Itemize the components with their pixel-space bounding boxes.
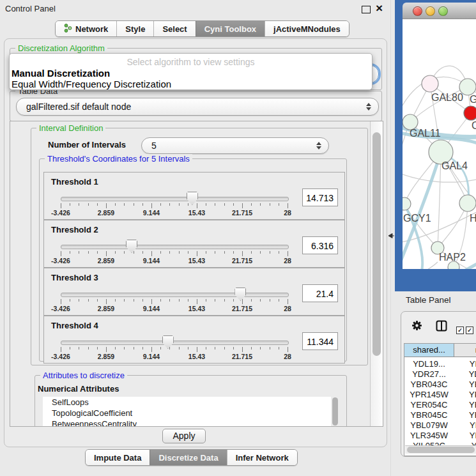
slider-tick-labels: -3.4262.8599.14415.4321.71528 bbox=[44, 257, 344, 265]
threshold-panel: Threshold 3 -3.4262.8599.14415.4321.7152… bbox=[43, 268, 345, 316]
network-node[interactable] bbox=[464, 106, 476, 120]
combo-arrows-icon bbox=[366, 103, 371, 111]
slider-ticks bbox=[44, 299, 344, 305]
network-edge[interactable] bbox=[403, 262, 438, 269]
tab-discretize-data[interactable]: Discretize Data bbox=[150, 450, 226, 465]
slider-track[interactable] bbox=[61, 293, 289, 297]
table-cell[interactable]: YPR145W bbox=[404, 390, 454, 400]
table-cell[interactable]: YDR27... bbox=[404, 369, 454, 380]
attributes-group-title: Attributes to discretize bbox=[40, 371, 127, 380]
slider-ticks bbox=[44, 203, 344, 209]
table-cell[interactable]: YER0 bbox=[454, 400, 476, 410]
tab-impute-data[interactable]: Impute Data bbox=[86, 450, 150, 465]
table-column-header[interactable]: shared... bbox=[404, 344, 454, 357]
tab-jactivemnodules[interactable]: jActiveMNodules bbox=[265, 21, 349, 36]
network-canvas[interactable]: GAL80GACGAL11GAL4GCY1HHAP2 bbox=[403, 19, 476, 269]
control-panel-title: Control Panel bbox=[5, 4, 56, 13]
table-panel: ✓✓ shared... na YDL19...YDL1YDR27...YDR2… bbox=[401, 311, 476, 457]
attribute-list-item[interactable]: BetweennessCentrality bbox=[43, 418, 331, 427]
combo-arrows-icon bbox=[316, 142, 321, 150]
numerical-attributes-list[interactable]: SelfLoopsTopologicalCoefficientBetweenne… bbox=[43, 397, 331, 427]
node-label: GAL11 bbox=[410, 128, 441, 139]
table-data-combobox[interactable]: galFiltered.sif default node bbox=[16, 98, 379, 116]
number-of-intervals-combobox[interactable]: 5 bbox=[141, 137, 329, 154]
table-cell[interactable]: YER054C bbox=[404, 400, 454, 410]
tick-label: 15.43 bbox=[188, 353, 205, 360]
tab-cyni-toolbox[interactable]: Cyni Toolbox bbox=[196, 21, 265, 36]
apply-button[interactable]: Apply bbox=[162, 429, 206, 443]
settings-scrollbar-thumb[interactable] bbox=[372, 132, 381, 356]
close-panel-icon[interactable]: × bbox=[376, 1, 383, 16]
node-label: HAP2 bbox=[439, 252, 466, 263]
table-column-header[interactable]: na bbox=[454, 344, 476, 357]
settings-scrollbar[interactable] bbox=[370, 121, 383, 426]
table-cell[interactable]: YPR1 bbox=[454, 390, 476, 400]
algorithm-popup-item[interactable]: Equal Width/Frequency Discretization bbox=[12, 79, 171, 89]
tab-infer-network[interactable]: Infer Network bbox=[227, 450, 297, 465]
split-columns-icon[interactable] bbox=[436, 320, 447, 334]
algorithm-popup-item[interactable]: Manual Discretization bbox=[12, 68, 110, 79]
slider-track[interactable] bbox=[61, 197, 289, 201]
network-node[interactable] bbox=[459, 79, 476, 95]
network-edge[interactable] bbox=[438, 152, 441, 248]
network-node[interactable] bbox=[448, 261, 459, 269]
network-window-frame[interactable]: GAL80GACGAL11GAL4GCY1HHAP2 bbox=[395, 0, 476, 291]
attribute-list-item[interactable]: TopologicalCoefficient bbox=[43, 408, 331, 418]
slider-tick-labels: -3.4262.8599.14415.4321.71528 bbox=[44, 353, 344, 361]
threshold-label: Threshold 4 bbox=[51, 321, 98, 330]
maximize-traffic-light-icon[interactable] bbox=[438, 6, 448, 16]
select-columns-checkbox-icon[interactable]: ✓✓ bbox=[456, 323, 473, 335]
tick-label: 21.715 bbox=[232, 209, 252, 217]
tab-select[interactable]: Select bbox=[153, 21, 195, 36]
tick-label: 15.43 bbox=[188, 257, 205, 265]
table-cell[interactable]: YDL19... bbox=[404, 359, 454, 369]
table-cell[interactable]: YBR043C bbox=[404, 380, 454, 390]
attribute-list-item[interactable]: SelfLoops bbox=[43, 397, 331, 408]
tick-label: 21.715 bbox=[232, 257, 252, 265]
threshold-panel: Threshold 4 -3.4262.8599.14415.4321.7152… bbox=[43, 316, 345, 364]
tick-label: 15.43 bbox=[188, 209, 205, 217]
slider-track[interactable] bbox=[61, 341, 289, 345]
threshold-value-field[interactable]: 21.4 bbox=[302, 284, 338, 302]
network-node[interactable] bbox=[422, 75, 438, 92]
network-window-titlebar[interactable] bbox=[403, 3, 476, 19]
control-panel-titlebar: Control Panel × bbox=[0, 0, 395, 17]
table-cell[interactable]: YBL079W bbox=[404, 420, 454, 431]
tick-label: 2.859 bbox=[98, 353, 114, 360]
threshold-value-field[interactable]: 11.344 bbox=[302, 332, 338, 350]
threshold-value-field[interactable]: 14.713 bbox=[302, 188, 338, 206]
network-node[interactable] bbox=[403, 197, 411, 210]
table-cell[interactable]: YLR345W bbox=[404, 431, 454, 441]
table-horizontal-scrollbar[interactable] bbox=[405, 445, 476, 454]
number-of-intervals-label: Number of Intervals bbox=[48, 140, 126, 150]
tick-label: 2.859 bbox=[98, 257, 114, 265]
threshold-label: Threshold 3 bbox=[51, 273, 98, 282]
tab-style[interactable]: Style bbox=[116, 21, 153, 36]
tick-label: 28 bbox=[284, 305, 291, 312]
tick-label: 9.144 bbox=[143, 353, 160, 360]
thresholds-group: Threshold's Coordinates for 5 Intervals … bbox=[39, 158, 347, 362]
table-cell[interactable]: YLR3 bbox=[454, 431, 476, 441]
table-cell[interactable]: YBL0 bbox=[454, 420, 476, 431]
table-cell[interactable]: YDR2 bbox=[454, 369, 476, 380]
table-cell[interactable]: YBR0 bbox=[454, 410, 476, 420]
slider-track[interactable] bbox=[61, 245, 289, 249]
minimize-traffic-light-icon[interactable] bbox=[426, 6, 435, 16]
table-cell[interactable]: YDL1 bbox=[454, 359, 476, 369]
tab-network[interactable]: Network bbox=[56, 21, 116, 36]
network-node[interactable] bbox=[459, 195, 476, 211]
threshold-value-field[interactable]: 6.316 bbox=[302, 236, 338, 254]
slider-tick-labels: -3.4262.8599.14415.4321.71528 bbox=[44, 305, 344, 313]
cyni-toolbox-panel: Discretization Algorithm Table Data galF… bbox=[4, 38, 387, 447]
close-traffic-light-icon[interactable] bbox=[413, 6, 422, 16]
node-table[interactable]: shared... na YDL19...YDL1YDR27...YDR2YBR… bbox=[404, 343, 476, 456]
gear-icon[interactable] bbox=[411, 320, 422, 334]
float-panel-icon[interactable] bbox=[362, 6, 371, 13]
threshold-label: Threshold 2 bbox=[51, 225, 98, 234]
table-cell[interactable]: YBR045C bbox=[404, 410, 454, 420]
attributes-list-scrollbar[interactable] bbox=[331, 397, 340, 427]
threshold-panel: Threshold 1 -3.4262.8599.14415.4321.7152… bbox=[43, 172, 345, 220]
node-label: GAL4 bbox=[441, 160, 468, 171]
table-cell[interactable]: YBR0 bbox=[454, 380, 476, 390]
slider-ticks bbox=[44, 347, 344, 353]
